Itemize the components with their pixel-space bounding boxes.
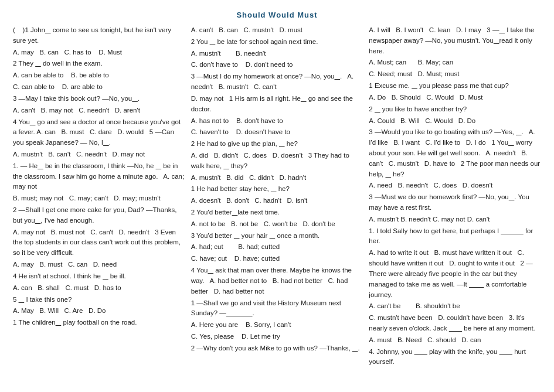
c1-l18: A. May B. Will C. Are D. Do <box>13 306 185 316</box>
c2-l9: 2 He had to give up the plan, he? <box>191 139 363 149</box>
c1-l9: A. mustn't B. can't C. needn't D. may no… <box>13 149 185 160</box>
c1-l1: ( )1 John come to see us tonight, but he… <box>13 25 185 46</box>
c1-l8: 4 You go and see a doctor at once becaus… <box>13 117 185 148</box>
c3-l3: C. Need; must D. Must; must <box>369 69 541 80</box>
c2-l1: A. can't B. can C. mustn't D. must <box>191 25 363 36</box>
c3-l17: 4. Johnny, you play with the knife, you … <box>369 347 541 368</box>
c1-l4: A. can be able to B. be able to <box>13 70 185 81</box>
columns-container: ( )1 John come to see us tonight, but he… <box>13 25 541 381</box>
c3-l12: 1. I told Sally how to get here, but per… <box>369 226 541 247</box>
column-2: A. can't B. can C. mustn't D. must 2 You… <box>191 25 363 381</box>
c2-l2: 2 You be late for school again next time… <box>191 37 363 47</box>
c3-l4: 1 Excuse me. you please pass me that cup… <box>369 81 541 91</box>
c2-l17: A. had; cut B. had; cutted <box>191 242 363 253</box>
c1-l16: A. can B. shall C. must D. has to <box>13 283 185 294</box>
c2-l12: 1 He had better stay here, he? <box>191 184 363 195</box>
c3-l10: 3 —Must we do our homework first? —No, y… <box>369 192 541 213</box>
column-3: A. I will B. I won't C. lean D. I may 3 … <box>369 25 541 381</box>
c3-l15: C. mustn't have been D. couldn't have be… <box>369 313 541 334</box>
page: Should Would Must ( )1 John come to see … <box>0 0 554 392</box>
c3-l5: A. Do B. Should C. Would D. Must <box>369 93 541 103</box>
c3-l9: A. need B. needn't C. does D. doesn't <box>369 180 541 191</box>
page-title: Should Would Must <box>13 11 541 19</box>
c1-l10: 1. — He be in the classroom, I think —No… <box>13 161 185 192</box>
c3-l13: A. had to write it out B. must have writ… <box>369 248 541 300</box>
c1-l19: 1 The children play football on the road… <box>13 318 185 328</box>
c3-l11: A. mustn't B. needn't C. may not D. can'… <box>369 214 541 225</box>
c1-l12: 2 —Shall I get one more cake for you, Da… <box>13 205 185 226</box>
c2-l10: A. did B. didn't C. does D. doesn't 3 Th… <box>191 151 363 172</box>
c3-l8: 3 —Would you like to go boating with us?… <box>369 127 541 179</box>
c2-l13: A. doesn't B. don't C. hadn't D. isn't <box>191 196 363 206</box>
c2-l6: D. may not 1 His arm is all right. He go… <box>191 94 363 115</box>
c2-l4: C. don't have to D. don't need to <box>191 60 363 70</box>
c1-l14: A. may B. must C. can D. need <box>13 260 185 270</box>
c3-l7: A. Could B. Will C. Would D. Do <box>369 116 541 127</box>
c2-l20: 1 —Shall we go and visit the History Mus… <box>191 298 363 319</box>
c1-l15: 4 He isn't at school. I think he be ill. <box>13 271 185 282</box>
title-text: Should Would Must <box>236 11 317 19</box>
c3-l6: 2 you like to have another try? <box>369 104 541 115</box>
c2-l21: A. Here you are B. Sorry, I can't <box>191 320 363 330</box>
column-1: ( )1 John come to see us tonight, but he… <box>13 25 185 381</box>
c3-l14: A. can't be B. shouldn't be <box>369 301 541 312</box>
c2-l7: A. has not to B. don't have to <box>191 116 363 127</box>
c1-l11: B. must; may not C. may; can't D. may; m… <box>13 193 185 204</box>
c1-l5: C. can able to D. are able to <box>13 82 185 93</box>
c2-l22: C. Yes, please D. Let me try <box>191 332 363 342</box>
c1-l3: 2 They do well in the exam. <box>13 59 185 69</box>
c2-l15: A. not to be B. not be C. won't be D. do… <box>191 219 363 230</box>
c2-l11: A. mustn't B. did C. didn't D. hadn't <box>191 173 363 183</box>
c2-l8: C. haven't to D. doesn't have to <box>191 127 363 138</box>
c2-l18: C. have; cut D. have; cutted <box>191 254 363 264</box>
c2-l23: 2 —Why don't you ask Mike to go with us?… <box>191 343 363 354</box>
c1-l13: A. may not B. must not C. can't D. needn… <box>13 227 185 258</box>
c2-l16: 3 You'd better your hair once a month. <box>191 231 363 241</box>
c1-l17: 5 I take this one? <box>13 295 185 305</box>
c3-l1: A. I will B. I won't C. lean D. I may 3 … <box>369 25 541 56</box>
c2-l14: 2 You'd better late next time. <box>191 207 363 218</box>
c1-l2: A. may B. can C. has to D. Must <box>13 47 185 58</box>
c2-l19: 4 You ask that man over there. Maybe he … <box>191 265 363 296</box>
c2-l3: A. mustn't B. needn't <box>191 49 363 59</box>
c3-l16: A. must B. Need C. should D. can <box>369 335 541 346</box>
c3-l2: A. Must; can B. May; can <box>369 57 541 68</box>
c2-l5: 3 —Must I do my homework at once? —No, y… <box>191 71 363 93</box>
c1-l6: 3 —May I take this book out? —No, you . <box>13 94 185 104</box>
c1-l7: A. can't B. may not C. needn't D. aren't <box>13 105 185 116</box>
